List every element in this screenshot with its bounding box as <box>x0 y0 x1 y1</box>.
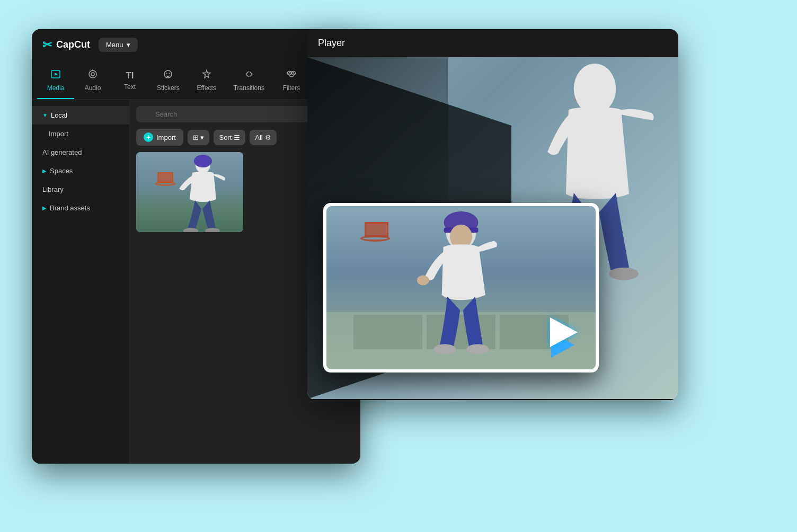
menu-arrow-icon: ▾ <box>127 41 130 49</box>
player-header: Player <box>307 29 678 57</box>
basketball-court-thumbnail <box>136 152 243 232</box>
sidebar-item-local[interactable]: ▼ Local <box>32 106 129 125</box>
sidebar-item-ai-generated[interactable]: AI generated <box>32 143 129 162</box>
svg-marker-1 <box>55 73 58 76</box>
effects-icon <box>201 69 212 82</box>
player-title: Player <box>318 38 345 48</box>
import-button[interactable]: + Import <box>136 129 183 146</box>
svg-point-22 <box>417 275 429 285</box>
media-icon <box>50 69 61 82</box>
sidebar-ai-label: AI generated <box>42 148 82 156</box>
sidebar-import-label: Import <box>49 130 68 138</box>
svg-point-14 <box>205 228 220 232</box>
tab-media[interactable]: Media <box>37 65 74 99</box>
svg-point-6 <box>166 73 167 74</box>
grid-chevron-icon: ▾ <box>200 134 204 141</box>
sidebar-item-brand-assets[interactable]: ▶ Brand assets <box>32 199 129 217</box>
svg-point-17 <box>609 268 639 280</box>
tab-stickers[interactable]: Stickers <box>148 65 188 99</box>
import-label: Import <box>156 134 176 141</box>
player-window: Player <box>307 29 678 400</box>
tab-transitions-label: Transitions <box>234 84 264 92</box>
menu-label: Menu <box>106 41 123 49</box>
zoom-preview-box <box>323 203 599 373</box>
spaces-arrow-icon: ▶ <box>42 168 47 174</box>
svg-point-3 <box>91 73 94 76</box>
app-name: CapCut <box>56 39 90 50</box>
filter-all-button[interactable]: All ⚙ <box>250 130 276 145</box>
svg-point-15 <box>574 64 616 114</box>
grid-icon: ⊞ <box>193 134 199 141</box>
sort-icon: ☰ <box>234 134 240 141</box>
logo-icon: ✂ <box>42 38 52 52</box>
brand-assets-arrow-icon: ▶ <box>42 205 47 211</box>
local-arrow-icon: ▼ <box>42 112 48 118</box>
svg-point-23 <box>433 344 456 354</box>
sidebar-item-library[interactable]: Library <box>32 180 129 199</box>
transitions-icon <box>244 69 254 82</box>
svg-point-24 <box>467 344 489 354</box>
tab-filters-label: Filters <box>283 84 300 92</box>
tab-filters[interactable]: Filters <box>273 65 310 99</box>
svg-point-13 <box>183 228 198 232</box>
tab-audio-label: Audio <box>85 84 101 92</box>
stickers-icon <box>163 69 173 82</box>
media-thumbnail-1[interactable] <box>136 152 243 232</box>
sidebar-library-label: Library <box>42 185 64 193</box>
tab-stickers-label: Stickers <box>157 84 180 92</box>
svg-point-12 <box>194 155 212 167</box>
app-logo: ✂ CapCut <box>42 38 90 52</box>
svg-point-8 <box>289 72 294 77</box>
tab-effects[interactable]: Effects <box>188 65 225 99</box>
player-content <box>307 57 678 399</box>
cursor-play-icon <box>551 332 574 360</box>
sort-label: Sort <box>219 134 232 141</box>
tab-transitions[interactable]: Transitions <box>225 65 273 99</box>
sort-button[interactable]: Sort ☰ <box>214 130 245 145</box>
plus-circle-icon: + <box>144 132 153 142</box>
svg-point-7 <box>169 73 170 74</box>
sidebar-local-label: Local <box>51 111 67 119</box>
grid-view-button[interactable]: ⊞ ▾ <box>188 130 210 145</box>
sidebar: ▼ Local Import AI generated ▶ Spaces Lib… <box>32 100 130 464</box>
sidebar-item-spaces[interactable]: ▶ Spaces <box>32 162 129 180</box>
sidebar-item-import[interactable]: Import <box>32 125 129 143</box>
svg-point-2 <box>89 70 96 78</box>
tab-effects-label: Effects <box>197 84 216 92</box>
filter-icon: ⚙ <box>265 134 271 141</box>
tab-audio[interactable]: Audio <box>74 65 111 99</box>
audio-icon <box>87 69 98 82</box>
sidebar-spaces-label: Spaces <box>50 167 73 175</box>
tab-text[interactable]: TI Text <box>111 66 148 98</box>
sidebar-brand-assets-label: Brand assets <box>50 204 90 212</box>
tab-text-label: Text <box>124 83 136 91</box>
filters-icon <box>286 69 297 82</box>
menu-button[interactable]: Menu ▾ <box>99 38 138 52</box>
all-label: All <box>255 134 262 141</box>
text-icon: TI <box>126 70 134 81</box>
tab-media-label: Media <box>47 84 65 92</box>
